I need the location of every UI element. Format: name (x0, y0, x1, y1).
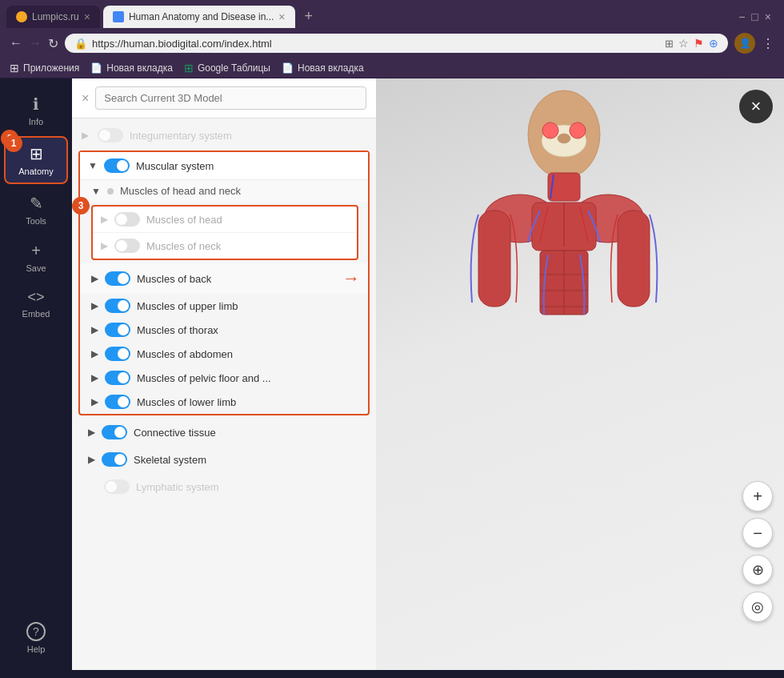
window-controls: − □ × (732, 7, 778, 26)
lock-icon: 🔒 (74, 38, 87, 50)
close-viewport-button[interactable]: × (739, 90, 773, 123)
tab-favicon-orange (16, 11, 27, 22)
upper-limb-chevron: ▶ (91, 300, 98, 311)
muscles-of-thorax-item[interactable]: ▶ Muscles of thorax (80, 318, 368, 342)
muscles-of-back-item[interactable]: ▶ Muscles of back → (80, 263, 368, 294)
lower-limb-toggle[interactable] (105, 395, 130, 409)
zoom-minus-button[interactable]: − (742, 518, 773, 548)
back-chevron: ▶ (91, 273, 98, 284)
bookmark-new-tab1[interactable]: 📄 Новая вкладка (90, 62, 173, 74)
nav-item-embed[interactable]: <> Embed (4, 283, 68, 325)
connective-toggle[interactable] (102, 425, 127, 439)
tools-label: Tools (26, 216, 46, 226)
muscular-header[interactable]: ▼ Muscular system (80, 152, 368, 179)
lymphatic-name: Lymphatic system (136, 481, 360, 493)
star-icon[interactable]: ☆ (678, 37, 689, 50)
maximize-button[interactable]: □ (751, 10, 758, 23)
muscles-of-upper-limb-item[interactable]: ▶ Muscles of upper limb (80, 294, 368, 318)
address-bar[interactable]: 🔒 https://human.biodigital.com/index.htm… (65, 34, 728, 53)
bookmark-sheets[interactable]: ⊞ Google Таблицы (184, 62, 270, 74)
new-tab-button[interactable]: + (298, 5, 320, 28)
integumentary-item[interactable]: ▶ Integumentary system (72, 122, 376, 149)
tab-bar: Lumpics.ru × Human Anatomy and Disease i… (0, 0, 784, 28)
svg-point-3 (570, 122, 586, 138)
skeletal-chevron: ▶ (88, 454, 95, 465)
muscles-of-upper-limb-name: Muscles of upper limb (137, 300, 357, 312)
sheets-icon: ⊞ (184, 62, 194, 74)
muscles-of-lower-limb-item[interactable]: ▶ Muscles of lower limb (80, 390, 368, 414)
bookmark-apps[interactable]: ⊞ Приложения (10, 62, 79, 74)
arrow-to-model: → (342, 268, 360, 289)
lymphatic-item[interactable]: Lymphatic system (72, 473, 376, 500)
muscular-toggle[interactable] (104, 158, 130, 173)
address-text: https://human.biodigital.com/index.html (92, 38, 660, 50)
tab1-title: Lumpics.ru (32, 11, 79, 22)
skeletal-toggle[interactable] (102, 452, 127, 467)
muscles-of-head-name: Muscles of head (146, 214, 349, 226)
viewport-background (376, 78, 784, 670)
tab2-close[interactable]: × (278, 10, 285, 23)
integumentary-toggle[interactable] (98, 128, 123, 142)
tab-inactive[interactable]: Lumpics.ru × (6, 6, 100, 28)
muscles-of-lower-limb-name: Muscles of lower limb (137, 396, 357, 408)
bookmark-sheets-label: Google Таблицы (198, 62, 270, 74)
forward-button[interactable]: → (29, 36, 42, 50)
help-icon: ? (26, 622, 46, 641)
browser-chrome: Lumpics.ru × Human Anatomy and Disease i… (0, 0, 784, 78)
lymphatic-toggle[interactable] (104, 479, 130, 494)
search-input[interactable] (95, 86, 366, 110)
refresh-button[interactable]: ↻ (48, 36, 58, 51)
bookmark-new-tab2[interactable]: 📄 Новая вкладка (282, 62, 364, 74)
menu-button[interactable]: ⋮ (762, 36, 774, 51)
search-clear-icon[interactable]: × (82, 91, 89, 106)
zoom-target-button[interactable]: ◎ (742, 592, 773, 622)
pelvic-toggle[interactable] (105, 371, 130, 385)
translate-icon[interactable]: ⊞ (665, 38, 674, 50)
svg-point-2 (542, 122, 558, 138)
profile-avatar[interactable]: 👤 (734, 33, 755, 54)
extension-icon2[interactable]: ⊕ (709, 37, 718, 50)
muscular-chevron: ▼ (88, 160, 98, 171)
muscles-of-abdomen-item[interactable]: ▶ Muscles of abdomen (80, 342, 368, 366)
tab-active[interactable]: Human Anatomy and Disease in... × (103, 6, 295, 28)
muscles-of-neck-item[interactable]: ▶ Muscles of neck (93, 232, 357, 259)
embed-label: Embed (22, 309, 50, 319)
badge-1: 1 (5, 134, 22, 152)
page-icon2: 📄 (282, 62, 294, 74)
tab2-title: Human Anatomy and Disease in... (129, 11, 274, 22)
save-icon: + (31, 242, 41, 260)
zoom-move-button[interactable]: ⊕ (742, 555, 773, 585)
upper-limb-toggle[interactable] (105, 299, 130, 313)
nav-item-info[interactable]: ℹ Info (4, 88, 68, 133)
close-window-button[interactable]: × (765, 10, 771, 23)
minimize-button[interactable]: − (738, 10, 745, 23)
back-toggle[interactable] (105, 271, 130, 286)
head-toggle-icon: ▶ (101, 214, 108, 225)
apps-grid-icon: ⊞ (10, 62, 19, 74)
head-neck-children: ▶ Muscles of head ▶ Muscles of neck (91, 205, 358, 260)
thorax-toggle[interactable] (105, 323, 130, 337)
left-nav: ℹ Info 1 2 ⊞ Anatomy ✎ Tools + Save <> E… (0, 78, 72, 670)
integumentary-name: Integumentary system (130, 130, 366, 142)
anatomy-label: Anatomy (18, 166, 53, 176)
neck-toggle[interactable] (114, 239, 140, 253)
back-button[interactable]: ← (10, 36, 22, 50)
tools-icon: ✎ (30, 194, 43, 213)
skeletal-system-item[interactable]: ▶ Skeletal system (72, 446, 376, 473)
nav-item-save[interactable]: + Save (4, 235, 68, 279)
head-toggle[interactable] (114, 212, 140, 227)
nav-item-help[interactable]: ? Help (4, 616, 68, 660)
connective-tissue-item[interactable]: ▶ Connective tissue (72, 419, 376, 446)
muscles-of-pelvic-item[interactable]: ▶ Muscles of pelvic floor and ... (80, 366, 368, 390)
extension-icon1[interactable]: ⚑ (694, 37, 704, 50)
zoom-plus-button[interactable]: + (742, 481, 773, 512)
connective-chevron: ▶ (88, 427, 95, 438)
bookmark-new1-label: Новая вкладка (106, 62, 173, 74)
abdomen-toggle[interactable] (105, 347, 130, 361)
tab1-close[interactable]: × (84, 10, 90, 23)
info-icon: ℹ (33, 94, 39, 114)
nav-item-tools[interactable]: ✎ Tools (4, 187, 68, 232)
bookmarks-bar: ⊞ Приложения 📄 Новая вкладка ⊞ Google Та… (0, 58, 784, 78)
muscles-of-head-item[interactable]: ▶ Muscles of head (93, 207, 357, 232)
head-neck-header[interactable]: ▼ Muscles of head and neck (80, 179, 368, 202)
